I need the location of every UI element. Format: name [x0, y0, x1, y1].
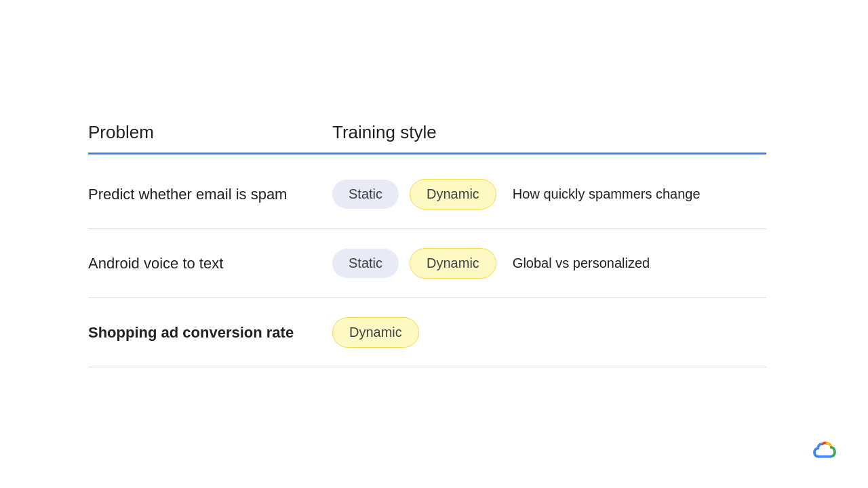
training-note-spam: How quickly spammers change: [513, 186, 701, 202]
training-cell-voice: Static Dynamic Global vs personalized: [332, 248, 766, 279]
problem-cell-shopping: Shopping ad conversion rate: [88, 324, 332, 342]
problem-cell-spam: Predict whether email is spam: [88, 186, 332, 203]
training-cell-shopping: Dynamic: [332, 317, 766, 348]
problem-column-header: Problem: [88, 122, 332, 155]
training-column-header: Training style: [332, 122, 766, 155]
problem-header-divider: [88, 152, 332, 155]
training-header-label: Training style: [332, 122, 766, 148]
problem-text-spam: Predict whether email is spam: [88, 186, 287, 203]
badge-dynamic-spam: Dynamic: [410, 179, 496, 209]
table-row: Android voice to text Static Dynamic Glo…: [88, 229, 766, 298]
main-content: Problem Training style Predict whether e…: [88, 122, 766, 367]
problem-header-label: Problem: [88, 122, 332, 148]
badge-dynamic-voice: Dynamic: [410, 248, 496, 279]
table-header: Problem Training style: [88, 122, 766, 155]
training-note-voice: Global vs personalized: [513, 256, 650, 271]
table-row: Shopping ad conversion rate Dynamic: [88, 298, 766, 367]
google-cloud-logo: [808, 435, 841, 468]
table-row: Predict whether email is spam Static Dyn…: [88, 160, 766, 229]
badge-dynamic-shopping: Dynamic: [332, 317, 419, 348]
training-cell-spam: Static Dynamic How quickly spammers chan…: [332, 179, 766, 209]
badge-static-spam: Static: [332, 180, 399, 209]
problem-text-voice: Android voice to text: [88, 255, 223, 272]
problem-text-shopping: Shopping ad conversion rate: [88, 324, 294, 341]
training-header-divider: [332, 152, 766, 155]
problem-cell-voice: Android voice to text: [88, 255, 332, 272]
badge-static-voice: Static: [332, 249, 399, 278]
